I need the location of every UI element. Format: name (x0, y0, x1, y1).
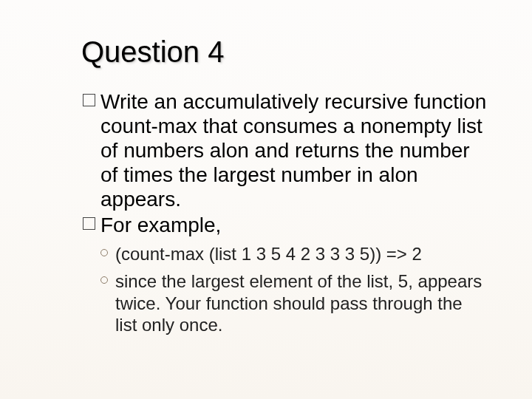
slide: Question 4 Write an accumulatively recur… (0, 0, 532, 399)
bullet-item: Write an accumulatively recursive functi… (83, 89, 488, 211)
bullet-item: For example, (count-max (list 1 3 5 4 2 … (83, 213, 488, 335)
sub-list: (count-max (list 1 3 5 4 2 3 3 3 5)) => … (100, 243, 488, 335)
sub-bullet-item: since the largest element of the list, 5… (100, 270, 488, 335)
slide-title: Question 4 (81, 35, 488, 69)
bullet-text: Write an accumulatively recursive functi… (100, 90, 486, 211)
sub-bullet-text: (count-max (list 1 3 5 4 2 3 3 3 5)) => … (115, 244, 422, 264)
sub-bullet-text: since the largest element of the list, 5… (115, 271, 482, 335)
body-list: Write an accumulatively recursive functi… (83, 89, 488, 335)
bullet-text: For example, (100, 214, 221, 236)
square-bullet-icon (83, 94, 95, 106)
square-bullet-icon (83, 217, 95, 230)
sub-bullet-item: (count-max (list 1 3 5 4 2 3 3 3 5)) => … (100, 243, 488, 265)
circle-bullet-icon (100, 276, 108, 284)
circle-bullet-icon (100, 249, 108, 256)
